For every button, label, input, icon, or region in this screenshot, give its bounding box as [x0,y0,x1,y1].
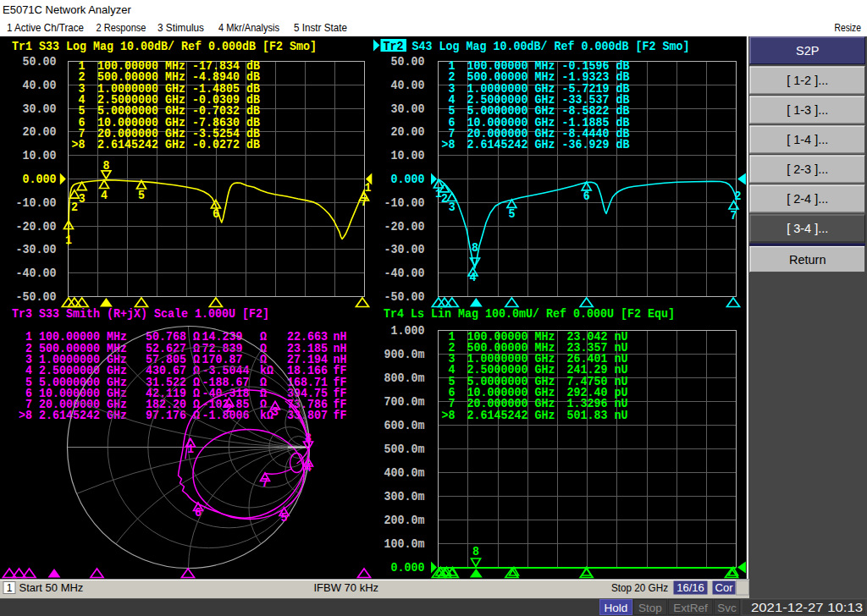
svg-text:7: 7 [361,195,367,210]
svg-text:3: 3 [79,192,86,206]
svg-text:2.6145242 GHz: 2.6145242 GHz [467,409,555,423]
svg-text:Start 50 MHz: Start 50 MHz [19,581,84,594]
svg-text:[ 2-3 ]...: [ 2-3 ]... [787,162,828,176]
svg-text:Cor: Cor [715,581,734,594]
svg-text:3: 3 [449,201,456,215]
svg-text:-20.00: -20.00 [16,220,57,234]
svg-text:2: 2 [71,201,78,215]
svg-text:Hold: Hold [605,602,628,614]
svg-text:-10.00: -10.00 [16,196,57,211]
svg-text:2: 2 [441,192,448,206]
svg-text:Stop: Stop [638,602,662,614]
svg-text:800.0m: 800.0m [384,371,425,386]
svg-text:S43 Log Mag 10.00dB/ Ref 0.000: S43 Log Mag 10.00dB/ Ref 0.000dB [F2 Smo… [406,40,690,54]
svg-text:8: 8 [102,159,109,173]
svg-text:-40.00: -40.00 [16,267,57,281]
svg-text:Tr4 Ls Lin Mag 100.0mU/ Ref 0.: Tr4 Ls Lin Mag 100.0mU/ Ref 0.000U [F2 E… [384,307,675,322]
svg-text:6: 6 [213,207,219,222]
svg-text:10.00: 10.00 [23,149,57,163]
svg-text:Resize: Resize [835,21,862,34]
svg-text:[ 2-4 ]...: [ 2-4 ]... [787,192,828,206]
svg-text:ExtRef: ExtRef [673,602,708,614]
svg-text:0.000: 0.000 [391,561,425,575]
svg-text:4: 4 [305,461,312,476]
svg-text:5: 5 [138,189,145,203]
svg-text:-10.00: -10.00 [384,196,425,211]
svg-text:5: 5 [281,511,288,525]
svg-text:-0.0272 dB: -0.0272 dB [192,138,260,152]
svg-text:2021-12-27 10:13: 2021-12-27 10:13 [751,600,863,614]
svg-text:[ 3-4 ]...: [ 3-4 ]... [787,222,828,235]
svg-text:1: 1 [365,181,372,195]
svg-text:97.176: 97.176 [146,409,186,423]
svg-text:[ 1-2 ]...: [ 1-2 ]... [787,74,828,87]
svg-text:16/16: 16/16 [676,581,704,594]
svg-text:1.000: 1.000 [391,324,425,338]
svg-text:-50.00: -50.00 [16,290,57,305]
svg-text:-30.00: -30.00 [16,243,57,257]
svg-text:2.6145242 GHz: 2.6145242 GHz [467,138,555,152]
svg-text:0.000: 0.000 [23,173,57,187]
svg-text:Tr1 S33 Log Mag 10.00dB/ Ref 0: Tr1 S33 Log Mag 10.00dB/ Ref 0.000dB [F2… [12,40,317,54]
svg-text:>8: >8 [442,409,456,423]
svg-text:40.00: 40.00 [23,79,57,93]
svg-text:50.00: 50.00 [23,55,57,69]
svg-text:900.0m: 900.0m [384,348,425,362]
svg-text:30.00: 30.00 [391,102,425,117]
svg-text:7: 7 [731,209,737,223]
svg-text:8: 8 [472,241,478,256]
svg-text:Tr2: Tr2 [384,40,404,54]
svg-text:700.0m: 700.0m [384,395,425,410]
svg-text:7: 7 [262,476,268,491]
svg-text:>8: >8 [72,138,86,152]
svg-text:Stop 20 GHz: Stop 20 GHz [611,581,668,594]
svg-text:IFBW 70 kHz: IFBW 70 kHz [314,581,379,594]
svg-text:50.00: 50.00 [391,55,425,69]
svg-text:-20.00: -20.00 [384,220,425,234]
svg-text:5: 5 [508,207,515,222]
svg-text:Svc: Svc [717,602,737,614]
svg-text:1: 1 [187,443,194,457]
svg-text:>8: >8 [442,138,456,152]
svg-text:S2P: S2P [796,44,819,58]
svg-text:2 Response: 2 Response [97,21,146,34]
svg-text:-30.00: -30.00 [384,243,425,257]
svg-text:1 Active Ch/Trace: 1 Active Ch/Trace [7,21,84,34]
svg-text:600.0m: 600.0m [384,419,425,433]
svg-text:2: 2 [226,402,233,416]
svg-text:0.000: 0.000 [391,173,425,187]
svg-text:20.00: 20.00 [23,125,57,140]
svg-text:33.807: 33.807 [287,409,328,423]
svg-text:300.0m: 300.0m [384,490,425,504]
svg-text:Tr3 S33 Smith (R+jX) Scale 1.0: Tr3 S33 Smith (R+jX) Scale 1.000U [F2] [12,307,269,322]
svg-text:8: 8 [305,432,312,446]
svg-text:10.00: 10.00 [391,149,425,163]
svg-text:6: 6 [583,190,590,204]
svg-text:200.0m: 200.0m [384,514,425,528]
svg-text:100.0m: 100.0m [384,537,425,552]
svg-text:400.0m: 400.0m [384,466,425,481]
svg-text:1: 1 [65,234,72,248]
svg-text:-36.929 dB: -36.929 dB [562,138,630,152]
svg-text:3: 3 [272,405,279,420]
svg-text:30.00: 30.00 [23,102,57,117]
svg-text:[ 1-4 ]...: [ 1-4 ]... [787,133,828,146]
svg-text:501.83 nU: 501.83 nU [567,409,628,423]
svg-text:2.6145242 GHz: 2.6145242 GHz [39,409,127,423]
svg-text:3 Stimulus: 3 Stimulus [157,21,204,34]
svg-text:-40.00: -40.00 [384,267,425,281]
svg-text:-50.00: -50.00 [384,290,425,305]
svg-text:40.00: 40.00 [391,79,425,93]
svg-text:Return: Return [789,253,826,267]
svg-text:4: 4 [101,189,108,203]
svg-text:4: 4 [470,271,477,285]
svg-text:8: 8 [472,545,479,559]
svg-text:fF: fF [334,409,347,423]
svg-text:500.0m: 500.0m [384,443,425,457]
svg-text:2: 2 [735,190,742,204]
svg-text:4 Mkr/Analysis: 4 Mkr/Analysis [218,21,279,34]
svg-text:E5071C Network Analyzer: E5071C Network Analyzer [3,3,131,16]
svg-text:5 Instr State: 5 Instr State [294,21,347,34]
svg-text:20.00: 20.00 [391,125,425,140]
svg-text:[ 1-3 ]...: [ 1-3 ]... [787,103,828,117]
